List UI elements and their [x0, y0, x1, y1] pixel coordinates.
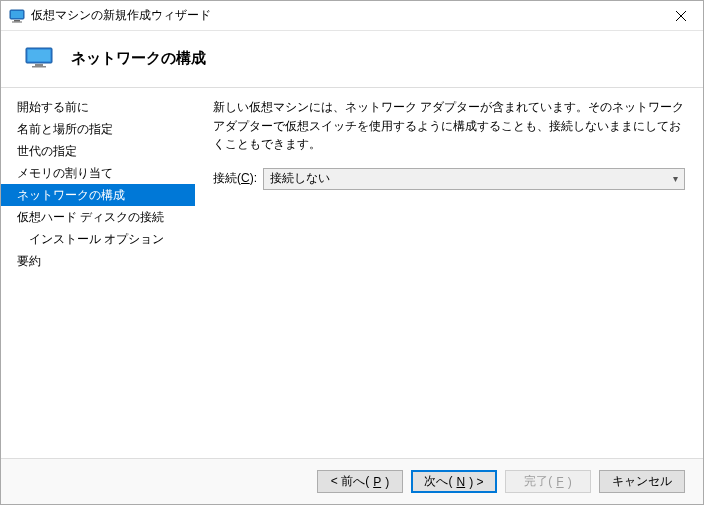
sidebar-item-5[interactable]: 仮想ハード ディスクの接続: [1, 206, 195, 228]
next-label-key: N: [456, 475, 465, 489]
finish-label-key: F: [556, 475, 563, 489]
wizard-footer: < 前へ(P) 次へ(N) > 完了(F) キャンセル: [1, 458, 703, 504]
next-button[interactable]: 次へ(N) >: [411, 470, 497, 493]
prev-label-pre: < 前へ(: [331, 473, 369, 490]
finish-label-post: ): [568, 475, 572, 489]
svg-rect-7: [28, 50, 51, 62]
finish-button: 完了(F): [505, 470, 591, 493]
prev-button[interactable]: < 前へ(P): [317, 470, 403, 493]
sidebar-item-7[interactable]: 要約: [1, 250, 195, 272]
cancel-button[interactable]: キャンセル: [599, 470, 685, 493]
finish-label-pre: 完了(: [524, 473, 552, 490]
connection-label: 接続(C):: [213, 170, 257, 187]
connection-select-value: 接続しない: [270, 170, 330, 187]
window-title: 仮想マシンの新規作成ウィザード: [31, 7, 211, 24]
sidebar-item-3[interactable]: メモリの割り当て: [1, 162, 195, 184]
svg-rect-9: [32, 66, 46, 68]
step-sidebar: 開始する前に名前と場所の指定世代の指定メモリの割り当てネットワークの構成仮想ハー…: [1, 88, 195, 458]
prev-label-key: P: [373, 475, 381, 489]
sidebar-item-4[interactable]: ネットワークの構成: [1, 184, 195, 206]
connection-label-key: C: [241, 171, 250, 185]
wizard-body: 開始する前に名前と場所の指定世代の指定メモリの割り当てネットワークの構成仮想ハー…: [1, 87, 703, 458]
content-panel: 新しい仮想マシンには、ネットワーク アダプターが含まれています。そのネットワーク…: [195, 88, 703, 458]
next-label-pre: 次へ(: [424, 473, 452, 490]
svg-rect-2: [14, 20, 20, 22]
prev-label-post: ): [385, 475, 389, 489]
step-monitor-icon: [25, 47, 53, 69]
connection-select[interactable]: 接続しない ▾: [263, 168, 685, 190]
connection-label-pre: 接続(: [213, 171, 241, 185]
sidebar-item-6[interactable]: インストール オプション: [1, 228, 195, 250]
step-title: ネットワークの構成: [71, 49, 206, 68]
sidebar-item-0[interactable]: 開始する前に: [1, 96, 195, 118]
svg-rect-3: [12, 21, 22, 22]
close-button[interactable]: [658, 1, 703, 31]
app-monitor-icon: [9, 8, 25, 24]
close-icon: [676, 11, 686, 21]
chevron-down-icon: ▾: [673, 173, 678, 184]
connection-field-row: 接続(C): 接続しない ▾: [213, 168, 685, 190]
next-label-post: ) >: [469, 475, 483, 489]
svg-rect-8: [35, 64, 43, 66]
sidebar-item-1[interactable]: 名前と場所の指定: [1, 118, 195, 140]
wizard-header: ネットワークの構成: [1, 31, 703, 87]
description-text: 新しい仮想マシンには、ネットワーク アダプターが含まれています。そのネットワーク…: [213, 98, 685, 154]
titlebar: 仮想マシンの新規作成ウィザード: [1, 1, 703, 31]
cancel-label: キャンセル: [612, 473, 672, 490]
sidebar-item-2[interactable]: 世代の指定: [1, 140, 195, 162]
connection-label-post: ):: [250, 171, 257, 185]
svg-rect-1: [11, 11, 23, 18]
